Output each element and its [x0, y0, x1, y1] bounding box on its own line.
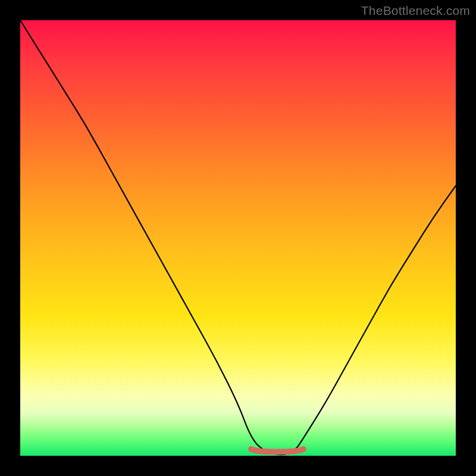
bottleneck-curve: [20, 20, 456, 456]
watermark-text: TheBottleneck.com: [361, 4, 470, 18]
chart-frame: TheBottleneck.com: [0, 0, 476, 476]
flat-segment: [251, 449, 303, 452]
plot-area: [20, 20, 456, 456]
curve-path: [20, 20, 456, 455]
